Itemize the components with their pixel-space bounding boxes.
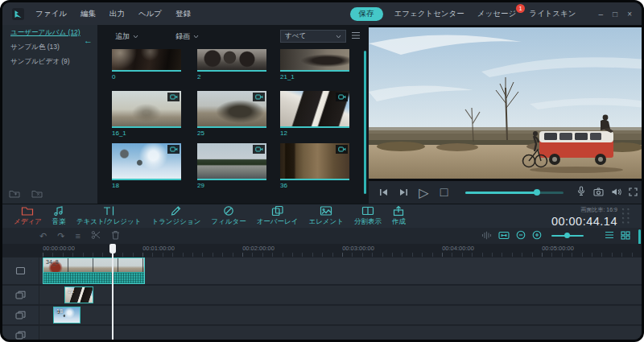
media-item[interactable]: 16_1 [112, 91, 181, 137]
delete-folder-icon[interactable] [31, 189, 43, 200]
media-filter-value: すべて [285, 31, 306, 41]
clip-audio-waveform [43, 272, 144, 284]
tab-text-credit[interactable]: テキスト/クレジット [76, 205, 142, 227]
timeline-clip[interactable]: 34_8 [43, 258, 145, 284]
timeline-clip[interactable]: 12 [64, 286, 93, 303]
video-track-header[interactable] [2, 258, 39, 284]
redo-icon[interactable]: ↷ [57, 231, 64, 241]
tab-music[interactable]: 音楽 [52, 205, 66, 227]
zoom-fit-icon[interactable] [498, 231, 510, 241]
media-filter-select[interactable]: すべて [280, 30, 346, 43]
seek-slider-fill [465, 192, 536, 194]
tab-transition[interactable]: トランジション [151, 205, 200, 227]
media-item-name: 2 [197, 73, 266, 80]
menu-edit[interactable]: 編集 [80, 9, 96, 19]
clip-name: 12 [68, 288, 74, 294]
minimize-button[interactable]: – [599, 10, 604, 19]
save-button[interactable]: 保存 [350, 7, 383, 21]
media-thumbnail[interactable] [280, 143, 349, 180]
playback-controls: ▷ □ [369, 181, 644, 204]
panel-resize-grip[interactable] [621, 208, 632, 225]
media-item[interactable]: 0 [112, 49, 181, 80]
fullscreen-icon[interactable] [629, 185, 638, 200]
delete-icon[interactable] [111, 230, 120, 241]
media-item[interactable]: 29 [197, 143, 266, 189]
media-item[interactable]: 12 [280, 91, 349, 137]
undo-icon[interactable]: ↶ [39, 231, 47, 241]
track-list-icon[interactable] [605, 231, 614, 241]
tab-label: メディア [14, 217, 42, 227]
media-item-name: 0 [112, 73, 181, 80]
zoom-in-icon[interactable] [532, 230, 542, 241]
audio-waveform-icon[interactable] [481, 231, 492, 241]
tab-split-screen[interactable]: 分割表示 [354, 205, 382, 227]
zoom-out-icon[interactable] [516, 230, 526, 241]
playhead-line[interactable] [112, 244, 114, 342]
menu-export[interactable]: 出力 [109, 9, 125, 19]
snapshot-camera-icon[interactable] [593, 185, 604, 200]
effect-center-button[interactable]: エフェクトセンター [394, 9, 464, 19]
track-manage-icon[interactable]: ≡ [75, 231, 80, 241]
media-item[interactable]: 18 [112, 143, 181, 189]
track-lane-2[interactable] [39, 286, 642, 304]
track-lane-4[interactable] [39, 326, 642, 342]
seek-slider-handle[interactable] [534, 189, 540, 196]
media-item[interactable]: 21_1 [280, 49, 349, 80]
video-camera-icon [336, 145, 348, 154]
preview-panel: ▷ □ [369, 25, 644, 204]
video-camera-icon [167, 93, 180, 101]
media-thumbnail[interactable] [112, 143, 181, 180]
add-media-dropdown[interactable]: 追加 [115, 31, 138, 42]
play-button[interactable]: ▷ [414, 186, 434, 199]
grid-view-icon[interactable] [621, 231, 630, 241]
menu-file[interactable]: ファイル [35, 9, 67, 19]
tab-filter[interactable]: フィルター [211, 205, 246, 227]
media-thumbnail[interactable] [197, 49, 266, 72]
media-thumbnail[interactable] [197, 143, 266, 180]
media-thumbnail[interactable] [112, 91, 181, 128]
timeline-clip[interactable]: 18 [53, 307, 80, 323]
next-frame-button[interactable] [394, 186, 414, 199]
media-thumbnail[interactable] [197, 91, 266, 128]
stop-button[interactable]: □ [434, 186, 454, 199]
media-thumbnail[interactable] [280, 91, 349, 128]
timeline-zoom-tools [481, 230, 630, 241]
pip-track-header[interactable] [2, 286, 39, 304]
previous-frame-button[interactable] [374, 186, 394, 199]
light-skin-button[interactable]: ライトスキン [529, 9, 576, 19]
tab-media[interactable]: メディア [14, 205, 42, 227]
timeline-zoom-handle[interactable] [564, 233, 570, 238]
tab-create[interactable]: 作成 [392, 205, 406, 227]
timeline-zoom-slider[interactable] [551, 235, 584, 237]
maximize-button[interactable]: □ [613, 10, 617, 19]
collapse-sidebar-icon[interactable]: ← [84, 35, 93, 45]
microphone-icon[interactable] [576, 185, 586, 200]
preview-video-frame[interactable] [369, 27, 644, 179]
record-label: 録画 [175, 31, 190, 42]
pip-track-header[interactable] [2, 326, 39, 342]
pip-track-header[interactable] [2, 306, 39, 324]
timeline-ruler[interactable]: 00:00:00:00 00:01:00:00 00:02:00:00 00:0… [2, 244, 642, 257]
current-timecode: 00:00:44.14 [551, 215, 617, 228]
list-view-icon[interactable] [351, 31, 361, 41]
sidebar-item-sample-videos[interactable]: サンプルビデオ (9) [2, 54, 97, 68]
close-button[interactable]: × [627, 10, 632, 19]
media-item[interactable]: 2 [197, 49, 266, 80]
menu-register[interactable]: 登録 [175, 9, 191, 19]
volume-icon[interactable] [611, 185, 621, 200]
library-scrollbar[interactable] [364, 51, 366, 194]
media-item[interactable]: 36 [280, 143, 349, 189]
menu-help[interactable]: ヘルプ [138, 9, 162, 19]
add-folder-icon[interactable] [9, 189, 20, 200]
split-scissors-icon[interactable] [91, 230, 101, 241]
record-dropdown[interactable]: 録画 [175, 31, 199, 42]
tab-elements[interactable]: エレメント [308, 205, 344, 227]
track-lane-3[interactable] [39, 306, 642, 324]
playhead-handle[interactable] [109, 244, 116, 253]
media-thumbnail[interactable] [280, 49, 349, 72]
messages-button[interactable]: メッセージ 1 [477, 9, 516, 19]
media-item[interactable]: 25 [197, 91, 266, 137]
media-thumbnail[interactable] [112, 49, 181, 72]
tab-overlay[interactable]: オーバーレイ [257, 205, 299, 227]
seek-slider[interactable] [465, 192, 564, 194]
